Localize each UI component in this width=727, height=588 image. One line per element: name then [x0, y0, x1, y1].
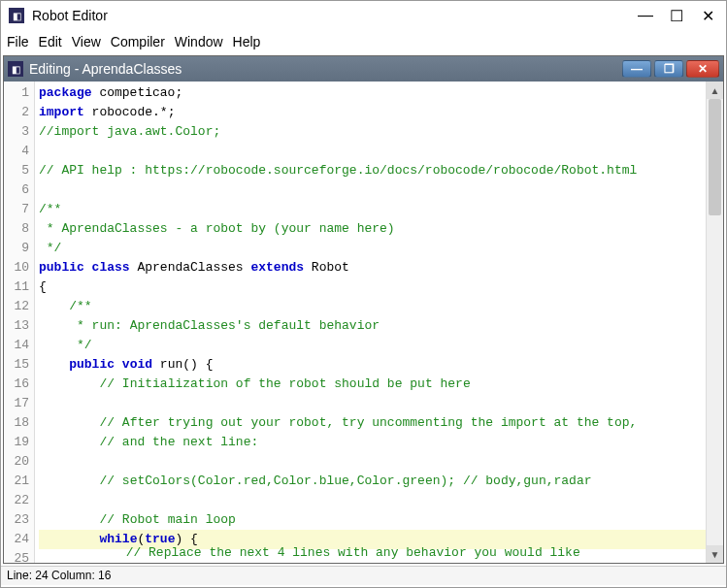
- app-icon: ◧: [9, 8, 24, 23]
- cutoff-line: // Replace the next 4 lines with any beh…: [35, 547, 706, 563]
- line-number: 15: [4, 355, 34, 375]
- child-title: Editing - AprendaClasses: [29, 61, 622, 77]
- code-line: /**: [39, 200, 706, 219]
- line-number: 10: [4, 258, 34, 278]
- menu-view[interactable]: View: [72, 34, 101, 49]
- line-number: 13: [4, 316, 34, 336]
- minimize-button[interactable]: —: [639, 9, 652, 22]
- code-line: public class AprendaClasses extends Robo…: [39, 258, 706, 278]
- vertical-scrollbar[interactable]: ▲ ▼: [706, 82, 723, 563]
- code-line: // Initialization of the robot should be…: [39, 375, 706, 394]
- code-line: // Replace the next 4 lines with any beh…: [35, 547, 706, 563]
- line-number: 20: [4, 452, 34, 472]
- close-button[interactable]: ✕: [701, 9, 714, 22]
- code-line: public void run() {: [39, 355, 706, 375]
- line-number: 14: [4, 336, 34, 355]
- app-title: Robot Editor: [32, 8, 639, 23]
- menu-help[interactable]: Help: [233, 34, 261, 49]
- code-line: import robocode.*;: [39, 103, 706, 122]
- scroll-thumb[interactable]: [709, 99, 721, 215]
- line-number: 17: [4, 394, 34, 413]
- menu-file[interactable]: File: [7, 34, 29, 49]
- code-line: [39, 180, 706, 200]
- line-number: 3: [4, 122, 34, 142]
- code-line: {: [39, 278, 706, 297]
- editor: 1234567891011121314151617181920212223242…: [4, 82, 723, 563]
- child-restore-button[interactable]: ❐: [654, 60, 683, 78]
- line-number: 8: [4, 219, 34, 239]
- code-area[interactable]: package competicao;import robocode.*;//i…: [35, 82, 706, 563]
- menu-window[interactable]: Window: [175, 34, 223, 49]
- child-window: ◧ Editing - AprendaClasses — ❐ ✕ 1234567…: [3, 55, 724, 564]
- code-line: */: [39, 239, 706, 258]
- line-number: 16: [4, 375, 34, 394]
- line-number: 23: [4, 510, 34, 530]
- code-line: [39, 394, 706, 413]
- scroll-down-icon[interactable]: ▼: [707, 545, 723, 563]
- line-number: 24: [4, 530, 34, 549]
- line-number: 25: [4, 549, 34, 565]
- line-number: 19: [4, 433, 34, 452]
- line-number: 7: [4, 200, 34, 219]
- menu-bar: File Edit View Compiler Window Help: [1, 30, 726, 53]
- child-title-bar: ◧ Editing - AprendaClasses — ❐ ✕: [4, 56, 723, 82]
- code-line: /**: [39, 297, 706, 316]
- child-close-button[interactable]: ✕: [686, 60, 719, 78]
- line-number: 5: [4, 161, 34, 180]
- code-line: //import java.awt.Color;: [39, 122, 706, 142]
- scroll-up-icon[interactable]: ▲: [707, 82, 723, 99]
- menu-edit[interactable]: Edit: [39, 34, 62, 49]
- code-line: [39, 452, 706, 472]
- status-bar: Line: 24 Column: 16: [1, 566, 726, 585]
- line-number: 11: [4, 278, 34, 297]
- line-number: 9: [4, 239, 34, 258]
- code-line: package competicao;: [39, 83, 706, 103]
- line-number: 22: [4, 491, 34, 510]
- code-line: // After trying out your robot, try unco…: [39, 413, 706, 433]
- code-line: // and the next line:: [39, 433, 706, 452]
- code-line: // Robot main loop: [39, 510, 706, 530]
- child-minimize-button[interactable]: —: [622, 60, 651, 78]
- code-line: [39, 491, 706, 510]
- line-number: 2: [4, 103, 34, 122]
- window-controls: — ☐ ✕: [639, 9, 718, 22]
- child-window-icon: ◧: [8, 61, 23, 77]
- line-number: 6: [4, 180, 34, 200]
- line-number: 21: [4, 472, 34, 491]
- code-line: [39, 142, 706, 161]
- line-number: 12: [4, 297, 34, 316]
- code-line: // setColors(Color.red,Color.blue,Color.…: [39, 472, 706, 491]
- code-line: while(true) {: [39, 530, 706, 549]
- maximize-button[interactable]: ☐: [670, 9, 683, 22]
- menu-compiler[interactable]: Compiler: [111, 34, 165, 49]
- line-number: 18: [4, 413, 34, 433]
- line-number-gutter: 1234567891011121314151617181920212223242…: [4, 82, 35, 563]
- line-number: 1: [4, 83, 34, 103]
- code-line: */: [39, 336, 706, 355]
- code-line: * run: AprendaClasses's default behavior: [39, 316, 706, 336]
- line-number: 4: [4, 142, 34, 161]
- child-window-controls: — ❐ ✕: [622, 60, 719, 78]
- code-line: // API help : https://robocode.sourcefor…: [39, 161, 706, 180]
- title-bar: ◧ Robot Editor — ☐ ✕: [1, 1, 726, 30]
- status-text: Line: 24 Column: 16: [7, 569, 111, 582]
- code-line: * AprendaClasses - a robot by (your name…: [39, 219, 706, 239]
